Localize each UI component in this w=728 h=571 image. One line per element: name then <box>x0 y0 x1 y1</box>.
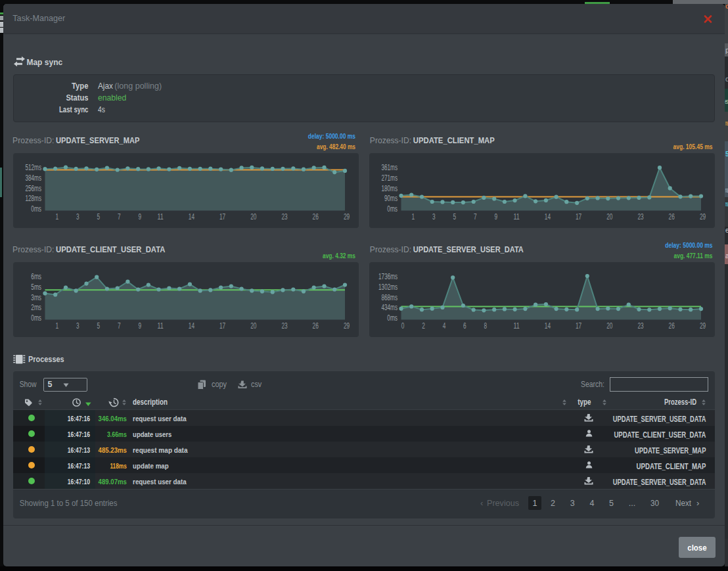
svg-text:Previous: Previous <box>487 499 519 508</box>
svg-text:‹: ‹ <box>480 498 483 508</box>
svg-text:Prozess-ID:: Prozess-ID: <box>370 245 411 254</box>
svg-text:request user data: request user data <box>133 478 187 486</box>
svg-text:Type: Type <box>72 81 88 91</box>
svg-text:close: close <box>687 543 706 553</box>
svg-text:avg. 105.45 ms: avg. 105.45 ms <box>673 143 713 150</box>
svg-text:d: d <box>725 75 728 83</box>
svg-text:UPDATE_SERVER_USER_DATA: UPDATE_SERVER_USER_DATA <box>613 415 706 424</box>
svg-text:na: na <box>725 187 728 194</box>
svg-text:ns: ns <box>725 120 728 127</box>
svg-text:type: type <box>578 398 591 407</box>
svg-text:5: 5 <box>48 380 53 389</box>
svg-text:(long polling): (long polling) <box>114 81 162 91</box>
svg-text:o: o <box>725 3 728 10</box>
svg-text:description: description <box>133 398 168 407</box>
svg-text:4: 4 <box>589 499 594 508</box>
svg-text:3: 3 <box>570 499 575 508</box>
svg-text:update map: update map <box>133 462 169 470</box>
svg-text:16:47:16: 16:47:16 <box>68 430 90 438</box>
svg-text:Last sync: Last sync <box>59 105 89 114</box>
svg-text:e: e <box>725 227 728 234</box>
svg-text:update users: update users <box>133 430 171 438</box>
svg-text:avg. 482.40 ms: avg. 482.40 ms <box>317 143 355 150</box>
svg-text:16:47:13: 16:47:13 <box>68 462 90 470</box>
svg-text:p: p <box>725 46 728 54</box>
svg-text:Prozess-ID:: Prozess-ID: <box>12 136 54 145</box>
svg-text:Map sync: Map sync <box>26 57 62 67</box>
svg-text:request map data: request map data <box>133 446 188 454</box>
svg-text:346.04ms: 346.04ms <box>99 415 127 423</box>
svg-text:UPDATE_CLIENT_USER_DATA: UPDATE_CLIENT_USER_DATA <box>56 245 165 254</box>
svg-text:copy: copy <box>212 380 227 389</box>
svg-text:2: 2 <box>551 499 555 508</box>
svg-text:16:47:16: 16:47:16 <box>68 415 90 423</box>
svg-text:Status: Status <box>66 93 88 103</box>
svg-text:UPDATE_SERVER_MAP: UPDATE_SERVER_MAP <box>635 446 706 455</box>
svg-text:5: 5 <box>725 150 728 158</box>
svg-text:Task-Manager: Task-Manager <box>12 13 66 23</box>
svg-text:UPDATE_SERVER_USER_DATA: UPDATE_SERVER_USER_DATA <box>613 478 706 487</box>
svg-text:Showing 1 to 5 of 150 entries: Showing 1 to 5 of 150 entries <box>20 499 118 508</box>
svg-text:es: es <box>725 98 728 105</box>
svg-text:a: a <box>725 252 728 260</box>
svg-text:UPDATE_SERVER_USER_DATA: UPDATE_SERVER_USER_DATA <box>413 245 524 254</box>
svg-text:enabled: enabled <box>98 93 126 103</box>
svg-text:Search:: Search: <box>581 380 604 389</box>
svg-text:request user data: request user data <box>133 415 187 423</box>
svg-text:...: ... <box>629 499 635 508</box>
svg-text:Processes: Processes <box>28 355 64 364</box>
svg-text:118ms: 118ms <box>110 462 127 470</box>
svg-text:5: 5 <box>609 499 614 508</box>
svg-text:16:47:13: 16:47:13 <box>68 446 90 454</box>
svg-text:csv: csv <box>251 380 262 389</box>
svg-text:3.66ms: 3.66ms <box>107 430 127 438</box>
svg-text:delay: 5000.00 ms: delay: 5000.00 ms <box>308 132 355 140</box>
svg-text:30: 30 <box>650 499 659 508</box>
svg-text:Ajax: Ajax <box>98 81 114 91</box>
svg-text:delay: 5000.00 ms: delay: 5000.00 ms <box>665 241 712 249</box>
svg-text:UPDATE_CLIENT_USER_DATA: UPDATE_CLIENT_USER_DATA <box>614 430 706 440</box>
svg-text:Show: Show <box>20 380 37 389</box>
svg-text:485.23ms: 485.23ms <box>99 446 127 454</box>
svg-text:4s: 4s <box>98 105 105 114</box>
svg-text:ns: ns <box>725 200 728 208</box>
svg-text:16:47:10: 16:47:10 <box>68 478 90 486</box>
svg-text:UPDATE_CLIENT_MAP: UPDATE_CLIENT_MAP <box>413 136 495 145</box>
svg-text:Next: Next <box>675 499 691 508</box>
svg-text:avg. 477.11 ms: avg. 477.11 ms <box>674 252 713 260</box>
svg-text:1: 1 <box>533 499 537 508</box>
svg-text:Prozess-ID:: Prozess-ID: <box>370 136 411 145</box>
svg-text:489.07ms: 489.07ms <box>99 478 127 486</box>
svg-text:avg. 4.32 ms: avg. 4.32 ms <box>323 252 355 260</box>
svg-text:UPDATE_SERVER_MAP: UPDATE_SERVER_MAP <box>56 136 139 145</box>
svg-text:›: › <box>696 498 699 508</box>
svg-text:UPDATE_CLIENT_MAP: UPDATE_CLIENT_MAP <box>637 462 706 471</box>
svg-text:Prozess-ID:: Prozess-ID: <box>12 245 54 254</box>
svg-text:Prozess-ID: Prozess-ID <box>664 398 696 407</box>
